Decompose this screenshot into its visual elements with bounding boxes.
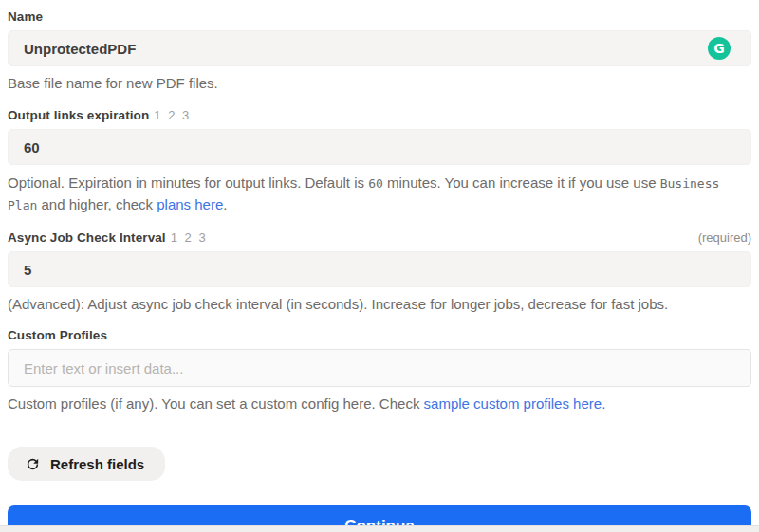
- expiration-help-text-1: Optional. Expiration in minutes for outp…: [8, 174, 368, 191]
- bottom-scroll-track: [0, 525, 759, 532]
- interval-field-label: Async Job Check Interval: [8, 229, 166, 246]
- expiration-help-code-60: 60: [368, 176, 383, 191]
- interval-field-help: (Advanced): Adjust async job check inter…: [8, 295, 751, 314]
- refresh-fields-label: Refresh fields: [50, 456, 144, 472]
- expiration-help-text-4: .: [223, 196, 227, 212]
- interval-input[interactable]: [8, 251, 751, 287]
- plans-here-link[interactable]: plans here: [157, 196, 223, 212]
- expiration-help-text-2: minutes. You can increase it if you use …: [383, 174, 660, 191]
- name-field-help: Base file name for new PDF files.: [8, 74, 751, 93]
- name-input[interactable]: [8, 30, 751, 66]
- action-setup-form: Name G Base file name for new PDF files.…: [0, 0, 759, 481]
- interval-label-row: Async Job Check Interval 1 2 3 (required…: [8, 229, 751, 246]
- field-async-job-check-interval: Async Job Check Interval 1 2 3 (required…: [8, 229, 751, 314]
- grammarly-icon[interactable]: G: [708, 37, 731, 60]
- refresh-fields-button[interactable]: Refresh fields: [8, 447, 165, 481]
- form-footer: Continue: [0, 481, 759, 532]
- expiration-label-row: Output links expiration 1 2 3: [8, 107, 751, 123]
- expiration-field-label: Output links expiration: [8, 107, 149, 123]
- profiles-help-text: Custom profiles (if any). You can set a …: [8, 395, 424, 412]
- expiration-footnote-markers: 1 2 3: [154, 107, 191, 123]
- refresh-icon: [25, 456, 41, 472]
- field-custom-profiles: Custom Profiles Custom profiles (if any)…: [8, 327, 751, 413]
- field-output-links-expiration: Output links expiration 1 2 3 Optional. …: [8, 107, 751, 216]
- profiles-field-help: Custom profiles (if any). You can set a …: [8, 394, 751, 413]
- name-label-row: Name: [8, 9, 751, 25]
- custom-profiles-input[interactable]: [8, 349, 751, 387]
- expiration-field-help: Optional. Expiration in minutes for outp…: [8, 173, 751, 216]
- required-badge: (required): [698, 229, 751, 246]
- profiles-label-row: Custom Profiles: [8, 327, 751, 343]
- sample-custom-profiles-link[interactable]: sample custom profiles here.: [424, 395, 606, 412]
- profiles-field-label: Custom Profiles: [8, 327, 107, 343]
- interval-input-wrap: [8, 251, 751, 287]
- expiration-input-wrap: [8, 129, 751, 165]
- profiles-input-wrap: [8, 349, 751, 387]
- expiration-input[interactable]: [8, 129, 751, 165]
- expiration-help-text-3: and higher, check: [37, 196, 157, 212]
- interval-footnote-markers: 1 2 3: [171, 229, 208, 246]
- field-name: Name G Base file name for new PDF files.: [8, 9, 751, 93]
- name-input-wrap: G: [8, 30, 751, 66]
- name-field-label: Name: [8, 9, 43, 25]
